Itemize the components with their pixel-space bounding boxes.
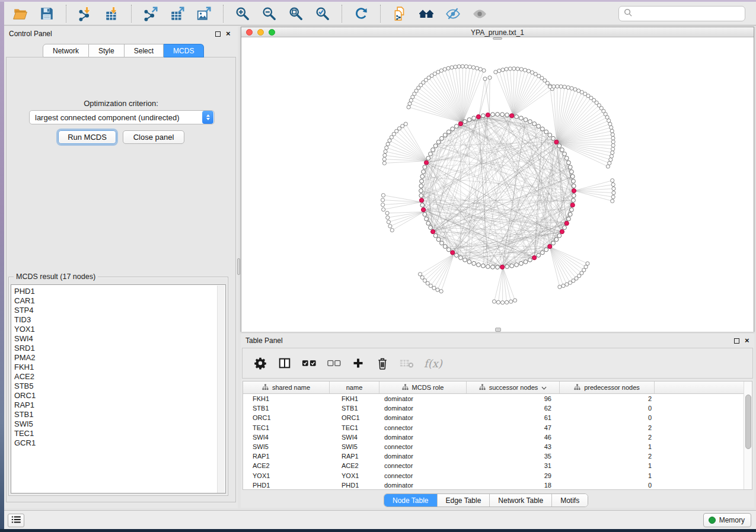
cell-predecessor-nodes[interactable]: 2	[560, 424, 655, 431]
export-table-icon[interactable]	[168, 5, 186, 23]
copy-share-icon[interactable]	[391, 5, 409, 23]
select-all-checks-icon[interactable]	[302, 355, 317, 371]
close-table-panel-icon[interactable]: ×	[745, 336, 749, 345]
tab-select[interactable]: Select	[125, 44, 164, 57]
canvas-top-grip[interactable]	[493, 37, 502, 40]
column-header-MCDS-role[interactable]: MCDS role	[379, 382, 467, 393]
cell-predecessor-nodes[interactable]: 2	[560, 434, 655, 441]
cell-name[interactable]: YOX1	[330, 472, 379, 479]
cell-MCDS-role[interactable]: dominator	[379, 405, 467, 412]
cell-MCDS-role[interactable]: dominator	[379, 482, 467, 489]
cell-successor-nodes[interactable]: 62	[467, 405, 560, 412]
cell-name[interactable]: ORC1	[330, 414, 379, 421]
cell-shared-name[interactable]: SWI5	[243, 443, 330, 450]
cell-name[interactable]: PHD1	[330, 482, 379, 489]
criterion-dropdown[interactable]: largest connected component (undirected)	[29, 110, 215, 124]
split-column-icon[interactable]	[277, 355, 292, 371]
zoom-fit-icon[interactable]	[287, 5, 305, 23]
first-neighbors-icon[interactable]	[417, 5, 435, 23]
network-graph[interactable]	[241, 37, 754, 332]
tab-node-table[interactable]: Node Table	[384, 494, 437, 507]
table-row[interactable]: ORC1ORC1dominator610	[243, 413, 744, 422]
cell-successor-nodes[interactable]: 18	[467, 482, 560, 489]
cell-MCDS-role[interactable]: dominator	[379, 434, 467, 441]
cell-name[interactable]: SWI5	[330, 443, 379, 450]
mcds-result-item[interactable]: RAP1	[14, 400, 225, 410]
mcds-list-scrollbar[interactable]	[217, 286, 225, 493]
cell-MCDS-role[interactable]: connector	[379, 472, 467, 479]
cell-successor-nodes[interactable]: 46	[467, 434, 560, 441]
tab-edge-table[interactable]: Edge Table	[437, 494, 490, 507]
cell-MCDS-role[interactable]: dominator	[379, 395, 467, 402]
mcds-result-item[interactable]: CAR1	[14, 296, 225, 306]
folder-open-icon[interactable]	[11, 5, 29, 23]
mcds-result-item[interactable]: PHD1	[14, 287, 225, 296]
column-header-shared-name[interactable]: shared name	[243, 382, 330, 393]
mcds-result-item[interactable]: YOX1	[14, 325, 225, 334]
cell-shared-name[interactable]: STB1	[243, 405, 330, 412]
cell-name[interactable]: SWI4	[330, 434, 379, 441]
table-row[interactable]: PHD1PHD1dominator180	[243, 480, 744, 490]
export-image-icon[interactable]	[195, 5, 213, 23]
close-panel-icon[interactable]: ×	[226, 29, 231, 39]
cell-name[interactable]: RAP1	[330, 453, 379, 460]
mcds-result-item[interactable]: FKH1	[14, 363, 225, 372]
float-table-panel-icon[interactable]	[734, 338, 739, 344]
cell-MCDS-role[interactable]: connector	[379, 443, 467, 450]
task-history-button[interactable]	[8, 514, 24, 527]
network-window[interactable]: YPA_prune.txt_1	[241, 27, 754, 332]
memory-button[interactable]: Memory	[703, 513, 751, 527]
mcds-result-item[interactable]: ACE2	[14, 372, 225, 382]
panel-splitter-grip[interactable]	[237, 258, 240, 275]
mcds-result-list[interactable]: PHD1CAR1STP4TID3YOX1SWI4SRD1PMA2FKH1ACE2…	[11, 284, 226, 493]
cell-name[interactable]: ACE2	[330, 462, 379, 469]
table-row[interactable]: SWI5SWI5connector431	[243, 442, 744, 451]
column-header-predecessor-nodes[interactable]: predecessor nodes	[560, 382, 655, 393]
cell-successor-nodes[interactable]: 35	[467, 453, 560, 460]
cell-successor-nodes[interactable]: 29	[467, 472, 560, 479]
close-panel-button[interactable]: Close panel	[123, 130, 184, 144]
deselect-all-checks-icon[interactable]	[327, 355, 341, 371]
cell-MCDS-role[interactable]: dominator	[379, 453, 467, 460]
cell-shared-name[interactable]: PHD1	[243, 482, 330, 489]
tab-style[interactable]: Style	[89, 44, 125, 57]
table-scrollbar[interactable]	[744, 382, 752, 489]
cell-successor-nodes[interactable]: 31	[467, 462, 560, 469]
search-input[interactable]	[636, 9, 740, 18]
export-network-icon[interactable]	[142, 5, 160, 23]
refresh-icon[interactable]	[352, 5, 370, 23]
table-row[interactable]: FKH1FKH1dominator962	[243, 394, 744, 403]
mcds-result-item[interactable]: PMA2	[14, 353, 225, 363]
cell-shared-name[interactable]: YOX1	[243, 472, 330, 479]
import-network-icon[interactable]	[76, 5, 94, 23]
cell-successor-nodes[interactable]: 61	[467, 414, 560, 421]
cell-shared-name[interactable]: ACE2	[243, 462, 330, 469]
cell-shared-name[interactable]: TEC1	[243, 424, 330, 431]
mcds-result-item[interactable]: STP4	[14, 306, 225, 315]
delete-rows-icon[interactable]	[375, 355, 390, 371]
node-table[interactable]: shared namenameMCDS rolesuccessor nodesp…	[243, 381, 752, 490]
table-row[interactable]: STB1STB1dominator620	[243, 403, 744, 413]
cell-shared-name[interactable]: RAP1	[243, 453, 330, 460]
search-box[interactable]	[618, 6, 745, 21]
cell-successor-nodes[interactable]: 96	[467, 395, 560, 402]
cell-predecessor-nodes[interactable]: 0	[560, 405, 655, 412]
gear-icon[interactable]	[253, 355, 267, 371]
table-row[interactable]: RAP1RAP1dominator352	[243, 451, 744, 461]
table-row[interactable]: ACE2ACE2connector311	[243, 461, 744, 470]
zoom-out-icon[interactable]	[260, 5, 278, 23]
mcds-result-item[interactable]: ORC1	[14, 391, 225, 400]
mcds-result-item[interactable]: SRD1	[14, 344, 225, 353]
network-canvas[interactable]	[241, 37, 754, 332]
mcds-result-item[interactable]: SWI5	[14, 419, 225, 429]
mcds-result-item[interactable]: GCR1	[14, 438, 225, 448]
tab-mcds[interactable]: MCDS	[164, 44, 204, 57]
mcds-result-item[interactable]: STB1	[14, 410, 225, 419]
save-icon[interactable]	[38, 5, 56, 23]
table-row[interactable]: SWI4SWI4dominator462	[243, 432, 744, 442]
sort-desc-icon[interactable]	[541, 384, 547, 391]
cell-name[interactable]: STB1	[330, 405, 379, 412]
hide-selected-icon[interactable]	[444, 5, 462, 23]
cell-predecessor-nodes[interactable]: 2	[560, 395, 655, 402]
cell-MCDS-role[interactable]: connector	[379, 462, 467, 469]
